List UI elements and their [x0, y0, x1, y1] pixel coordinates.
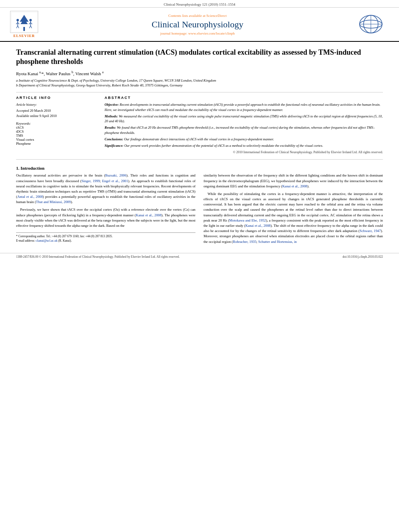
right-logo-svg: [358, 13, 384, 35]
introduction-section: 1. Introduction Oscillatory neuronal act…: [16, 166, 383, 246]
ref-kanai2008a[interactable]: Kanai et al., 2008: [136, 213, 162, 217]
keyword-2: tDCS: [16, 129, 97, 134]
paper-title: Transcranial alternating current stimula…: [16, 48, 383, 67]
keyword-5: Phosphene: [16, 142, 97, 146]
intro-para2: Previously, we have shown that tACS over…: [16, 207, 195, 228]
results-label: Results:: [105, 125, 116, 129]
ref-buzsaki[interactable]: Buzsaki, 2006: [105, 173, 127, 177]
methods-text: We measured the cortical excitability of…: [105, 114, 383, 123]
abstract-objective: Objective: Recent developments in transc…: [105, 102, 383, 112]
ref-kanai2008b[interactable]: Kanai et al., 2008: [282, 184, 307, 188]
author-walter: Walter Paulus b,: [46, 71, 75, 76]
affiliation-b: b Department of Clinical Neurophysiology…: [16, 83, 383, 88]
article-history: Article history: Accepted 20 March 2010 …: [16, 102, 97, 118]
article-info-label: ARTICLE INFO: [16, 96, 97, 100]
footnote-corresponding: * Corresponding author. Tel.: +44 (0) 20…: [16, 234, 195, 239]
journal-url: journal homepage: www.elsevier.com/locat…: [48, 31, 347, 35]
results-text: We found that tACS at 20 Hz decreased TM…: [105, 125, 375, 134]
footnote-email: E-mail address: r.kanai@ucl.ac.uk (R. Ka…: [16, 239, 195, 243]
ref-schutter[interactable]: Schutter and Hortensius, in: [258, 240, 297, 244]
intro-columns: Oscillatory neuronal activities are perv…: [16, 173, 383, 246]
author-vincent: Vincent Walsh a: [75, 71, 103, 76]
objective-label: Objective:: [105, 103, 119, 107]
journal-right-logo: [355, 13, 387, 35]
email-link[interactable]: r.kanai@ucl.ac.uk: [36, 239, 58, 242]
authors-line: Ryota Kanai a,*, Walter Paulus b, Vincen…: [16, 71, 383, 76]
ref-motokawa[interactable]: Motokawa and Ebe, 1952: [229, 218, 266, 222]
url-prefix: journal homepage: www.elsevier.com/locat…: [160, 31, 226, 35]
history-label: Article history:: [16, 102, 97, 107]
abstract-methods: Methods: We measured the cortical excita…: [105, 114, 383, 124]
author-ryota: Ryota Kanai a,*,: [16, 71, 46, 76]
ref-singer[interactable]: Singer, 1999: [81, 179, 100, 183]
journal-center: Contents lists available at ScienceDirec…: [40, 14, 355, 35]
article-info-column: ARTICLE INFO Article history: Accepted 2…: [16, 96, 97, 154]
info-abstract-columns: ARTICLE INFO Article history: Accepted 2…: [16, 96, 383, 154]
svg-point-10: [29, 19, 32, 21]
intro-para1: Oscillatory neuronal activities are perv…: [16, 173, 195, 205]
main-content: Transcranial alternating current stimula…: [0, 42, 399, 247]
intro-heading: 1. Introduction: [16, 166, 383, 170]
body-divider: [16, 159, 383, 160]
conclusions-text: Our findings demonstrate direct interact…: [124, 137, 274, 141]
ref-antal[interactable]: Antal et al., 2008: [17, 195, 43, 199]
accepted-date: Accepted 20 March 2010: [16, 108, 97, 113]
keywords-label: Keywords:: [16, 121, 31, 125]
abstract-column: ABSTRACT Objective: Recent developments …: [105, 96, 383, 154]
affiliations: a Institute of Cognitive Neuroscience & …: [16, 78, 383, 88]
abstract-significance: Significance: Our present work provides …: [105, 143, 383, 148]
keyword-4: Visual cortex: [16, 138, 97, 142]
abstract-results: Results: We found that tACS at 20 Hz dec…: [105, 125, 383, 135]
significance-text: Our present work provides further demons…: [124, 144, 323, 148]
ref-schwarz[interactable]: Schwarz, 1947: [360, 229, 381, 233]
ref-thut[interactable]: Thut and Miniussi, 2009: [36, 200, 71, 204]
significance-label: Significance:: [105, 144, 123, 148]
right-para1: similarity between the observation of th…: [204, 173, 383, 189]
keywords-block: Keywords: tACS tDCS TMS Visual cortex Ph…: [16, 121, 97, 146]
elsevier-logo-image: [10, 11, 38, 33]
journal-header: ELSEVIER Contents lists available at Sci…: [0, 8, 399, 42]
ref-engel[interactable]: Engel et al., 2001: [102, 179, 128, 183]
intro-right-col: similarity between the observation of th…: [204, 173, 383, 246]
journal-title: Clinical Neurophysiology: [48, 19, 347, 30]
bottom-bar: 1388-2457/$36.00 © 2010 International Fe…: [0, 253, 399, 260]
abstract-copyright: © 2010 International Federation of Clini…: [105, 150, 383, 155]
elsevier-logo: ELSEVIER: [8, 11, 40, 38]
abstract-conclusions: Conclusions: Our findings demonstrate di…: [105, 137, 383, 142]
elsevier-label: ELSEVIER: [13, 34, 35, 38]
svg-point-4: [16, 19, 19, 21]
keyword-3: TMS: [16, 134, 97, 138]
bottom-issn: 1388-2457/$36.00 © 2010 International Fe…: [16, 255, 180, 259]
url-suffix: clinph: [226, 31, 235, 35]
ref-rohracher[interactable]: Rohracher, 1935: [233, 240, 256, 244]
ref-kanai2008c[interactable]: Kanai et al., 2008: [245, 224, 271, 228]
available-date: Available online 9 April 2010: [16, 113, 97, 119]
affiliation-a: a Institute of Cognitive Neuroscience & …: [16, 78, 383, 83]
footnote-section: * Corresponding author. Tel.: +44 (0) 20…: [16, 232, 195, 243]
journal-reference: Clinical Neurophysiology 121 (2010) 1551…: [0, 0, 399, 8]
journal-ref-text: Clinical Neurophysiology 121 (2010) 1551…: [164, 2, 235, 6]
objective-text: Recent developments in transcranial alte…: [105, 103, 380, 111]
section-divider: [16, 92, 383, 92]
bottom-doi: doi:10.1016/j.clinph.2010.03.022: [343, 255, 383, 259]
conclusions-label: Conclusions:: [105, 137, 123, 141]
sciencedirect-link: Contents lists available at ScienceDirec…: [48, 14, 347, 18]
abstract-label: ABSTRACT: [105, 96, 383, 100]
right-para2: While the possibility of stimulating the…: [204, 191, 383, 244]
svg-rect-1: [23, 27, 25, 31]
abstract-text: Objective: Recent developments in transc…: [105, 102, 383, 154]
keyword-1: tACS: [16, 125, 97, 129]
methods-label: Methods:: [105, 114, 118, 118]
contents-text: Contents lists available at: [169, 14, 206, 18]
sciencedirect-name: ScienceDirect: [206, 14, 226, 18]
intro-left-col: Oscillatory neuronal activities are perv…: [16, 173, 195, 246]
